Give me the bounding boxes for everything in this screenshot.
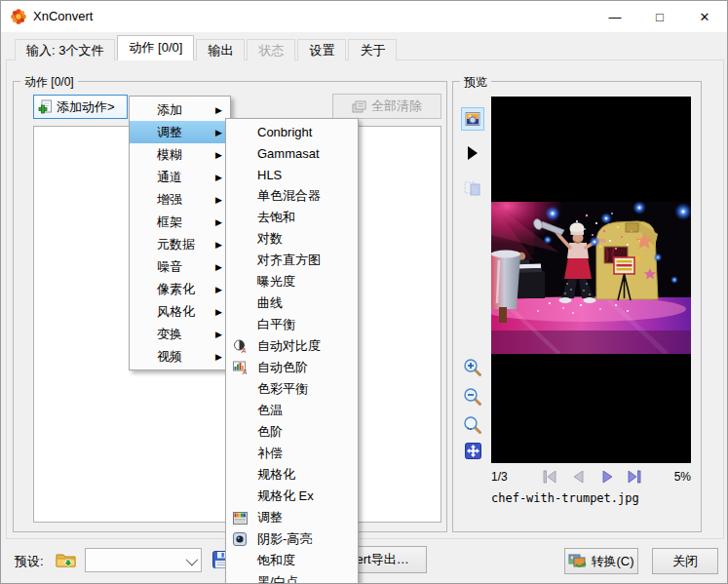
- tab-2[interactable]: 输出: [196, 39, 245, 60]
- submenu-item-label: 对齐直方图: [257, 252, 321, 269]
- submenu-arrow-icon: ▶: [215, 307, 222, 317]
- chevron-down-icon: [186, 554, 199, 566]
- adjust-submenu-item-3[interactable]: 单色混合器: [226, 185, 358, 207]
- add-menu-item-11[interactable]: 视频▶: [130, 345, 230, 368]
- fit-to-window-button[interactable]: [461, 439, 484, 462]
- no-icon: [232, 145, 248, 161]
- submenu-arrow-icon: ▶: [215, 217, 222, 227]
- add-menu-item-1[interactable]: 调整▶: [130, 121, 230, 143]
- adjust-submenu-item-5[interactable]: 对数: [226, 228, 358, 250]
- adjust-submenu-item-19[interactable]: 阴影-高亮: [226, 528, 358, 550]
- app-logo-icon: [11, 9, 26, 24]
- menu-item-label: 噪音: [130, 258, 182, 276]
- adjust-submenu-item-9[interactable]: 白平衡: [226, 314, 358, 335]
- add-menu-item-0[interactable]: 添加▶: [130, 98, 230, 121]
- adjust-submenu-item-6[interactable]: 对齐直方图: [226, 250, 358, 271]
- no-icon: [232, 188, 248, 204]
- preset-label: 预设:: [15, 553, 44, 570]
- no-icon: [232, 253, 248, 268]
- adjust-submenu-item-21[interactable]: 黑/白点: [226, 571, 358, 584]
- adjust-submenu-item-12[interactable]: 色彩平衡: [226, 378, 358, 400]
- adjust-submenu-item-18[interactable]: 调整: [226, 507, 358, 528]
- submenu-item-label: 阴影-高亮: [257, 530, 312, 548]
- adjust-submenu-item-17[interactable]: 规格化 Ex: [226, 486, 358, 507]
- play-button[interactable]: [461, 141, 484, 165]
- submenu-item-label: HLS: [257, 168, 282, 182]
- add-action-button[interactable]: 添加动作>: [33, 95, 128, 119]
- preview-group-title: 预览: [460, 74, 491, 91]
- close-window-button[interactable]: ✕: [682, 1, 727, 32]
- menu-item-label: 元数据: [130, 236, 195, 253]
- menu-item-label: 风格化: [130, 303, 195, 321]
- maximize-button[interactable]: □: [637, 1, 682, 32]
- zoom-actual-button[interactable]: [461, 413, 484, 437]
- submenu-arrow-icon: ▶: [215, 330, 222, 339]
- zoom-out-button[interactable]: [461, 385, 484, 409]
- tab-0[interactable]: 输入: 3个文件: [15, 39, 115, 60]
- auto-contrast-icon: A: [232, 338, 248, 354]
- adjust-submenu-item-11[interactable]: A自动色阶: [226, 357, 358, 378]
- adjust-submenu-item-10[interactable]: A自动对比度: [226, 335, 358, 357]
- next-image-button[interactable]: [597, 468, 617, 486]
- last-image-button[interactable]: [625, 468, 644, 486]
- preset-combobox[interactable]: [85, 548, 202, 572]
- tab-5[interactable]: 关于: [348, 39, 397, 60]
- previous-image-button[interactable]: [569, 468, 589, 486]
- adjust-submenu-item-14[interactable]: 色阶: [226, 421, 358, 443]
- add-action-icon: [38, 99, 53, 114]
- preview-image-toggle[interactable]: [461, 107, 484, 131]
- submenu-item-label: 黑/白点: [257, 573, 299, 584]
- adjust-submenu-item-20[interactable]: 饱和度: [226, 550, 358, 571]
- clear-all-label: 全部清除: [371, 97, 422, 115]
- convert-label: 转换(C): [591, 553, 633, 570]
- minimize-button[interactable]: —: [593, 1, 637, 32]
- add-menu-item-5[interactable]: 框架▶: [130, 211, 230, 233]
- image-preview-icon: [465, 111, 480, 127]
- clear-all-button[interactable]: 全部清除: [332, 94, 441, 119]
- submenu-item-label: 去饱和: [257, 209, 295, 226]
- adjust-submenu-item-13[interactable]: 色温: [226, 400, 358, 421]
- zoom-actual-icon: [463, 415, 482, 435]
- tab-3[interactable]: 状态: [247, 39, 295, 60]
- compare-button[interactable]: [461, 176, 484, 200]
- add-menu-item-6[interactable]: 元数据▶: [130, 233, 230, 255]
- add-menu-item-9[interactable]: 风格化▶: [130, 300, 230, 323]
- play-icon: [467, 146, 479, 160]
- add-menu-item-7[interactable]: 噪音▶: [130, 255, 230, 278]
- submenu-item-label: 补偿: [257, 445, 283, 462]
- submenu-item-label: 规格化: [257, 466, 295, 484]
- convert-icon: [568, 554, 587, 568]
- tab-4[interactable]: 设置: [297, 39, 346, 60]
- adjust-submenu-item-8[interactable]: 曲线: [226, 292, 358, 314]
- open-preset-button[interactable]: [54, 548, 79, 571]
- add-menu-item-2[interactable]: 模糊▶: [130, 143, 230, 166]
- adjust-submenu-item-7[interactable]: 曝光度: [226, 271, 358, 292]
- submenu-item-label: 单色混合器: [257, 187, 321, 205]
- adjust-submenu-item-16[interactable]: 规格化: [226, 464, 358, 486]
- adjust-submenu-item-15[interactable]: 补偿: [226, 443, 358, 464]
- no-icon: [232, 488, 248, 504]
- submenu-item-label: 色彩平衡: [257, 380, 308, 398]
- submenu-arrow-icon: ▶: [215, 352, 222, 362]
- add-menu-item-4[interactable]: 增强▶: [130, 188, 230, 211]
- submenu-arrow-icon: ▶: [215, 285, 222, 294]
- close-button[interactable]: 关闭: [652, 548, 718, 574]
- first-image-button[interactable]: [540, 468, 559, 486]
- adjust-submenu-item-0[interactable]: Conbright: [226, 121, 358, 142]
- adjust-submenu-item-4[interactable]: 去饱和: [226, 207, 358, 228]
- preview-canvas: [491, 97, 691, 463]
- add-menu-item-8[interactable]: 像素化▶: [130, 278, 230, 300]
- submenu-item-label: 自动对比度: [257, 337, 321, 355]
- add-menu-item-10[interactable]: 变换▶: [130, 323, 230, 345]
- adjust-submenu-item-1[interactable]: Gammasat: [226, 142, 358, 164]
- add-menu-item-3[interactable]: 通道▶: [130, 166, 230, 188]
- submenu-item-label: 白平衡: [257, 316, 295, 333]
- no-icon: [232, 467, 248, 483]
- compare-icon: [464, 179, 481, 197]
- menu-item-label: 添加: [130, 101, 182, 119]
- tab-1[interactable]: 动作 [0/0]: [117, 35, 194, 60]
- zoom-in-button[interactable]: [461, 356, 484, 379]
- zoom-out-icon: [463, 387, 482, 407]
- convert-button[interactable]: 转换(C): [564, 548, 638, 574]
- adjust-submenu-item-2[interactable]: HLS: [226, 164, 358, 185]
